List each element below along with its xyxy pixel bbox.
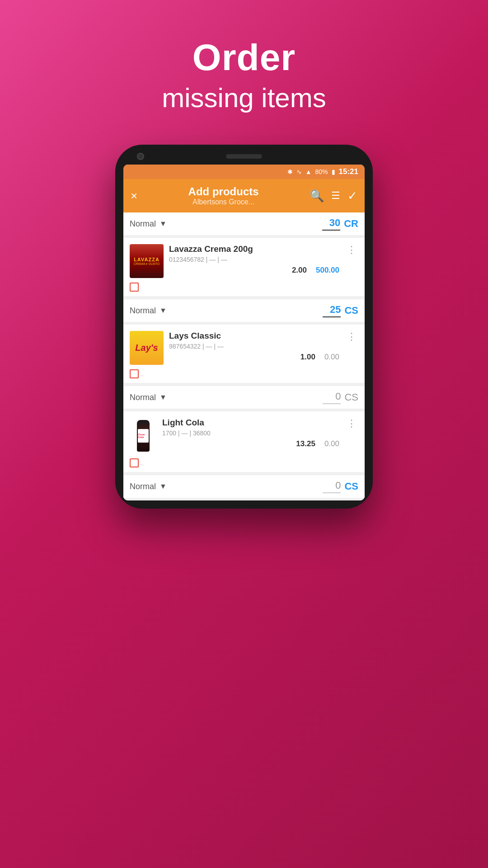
product-prices-lays: 1.00 0.00 xyxy=(169,353,339,362)
unit-price-cola: 13.25 xyxy=(296,439,315,448)
order-qty-top[interactable]: 30 xyxy=(322,217,340,231)
checkbox-row-lays: .. xyxy=(123,368,365,383)
checkbox-lays[interactable] xyxy=(130,369,139,378)
product-row-cola: Coca-Cola Light Cola 1700 | — | 36800 13… xyxy=(123,411,365,458)
phone-device: ✱ ∿ ▲ 80% ▮ 15:21 × Add products Alberts… xyxy=(115,145,373,509)
product-code-cola: 1700 | — | 36800 xyxy=(162,429,339,437)
order-type-label-cola: Normal xyxy=(130,482,156,491)
lays-brand-text: Lay's xyxy=(135,343,158,353)
order-unit-lays: CS xyxy=(344,392,358,403)
order-row-lays[interactable]: Normal ▼ 0 CS xyxy=(123,386,365,409)
total-price-lays: 0.00 xyxy=(324,353,339,362)
product-name-lavazza: Lavazza Crema 200g xyxy=(169,244,339,255)
product-info-cola: Light Cola 1700 | — | 36800 13.25 0.00 xyxy=(162,418,339,448)
dropdown-arrow-top: ▼ xyxy=(160,220,167,228)
product-list: Normal ▼ 30 CR LAVAZZA CREMA e GUSTO xyxy=(123,212,365,500)
lavazza-brand-text: LAVAZZA xyxy=(134,257,160,262)
filter-button[interactable]: ☰ xyxy=(331,190,340,202)
order-row-lavazza[interactable]: Normal ▼ 25 CS xyxy=(123,299,365,322)
cola-label-shape: Coca-Cola xyxy=(138,429,149,443)
status-bar: ✱ ∿ ▲ 80% ▮ 15:21 xyxy=(123,165,365,179)
order-unit-top: CR xyxy=(344,218,358,230)
order-type-dropdown-top[interactable]: Normal ▼ xyxy=(130,219,322,229)
order-qty-group-lays: 0 CS xyxy=(323,391,358,404)
product-info-lavazza: Lavazza Crema 200g 0123456782 | — | — 2.… xyxy=(169,244,339,275)
dots-lays: .. xyxy=(141,371,144,377)
checkbox-cola[interactable] xyxy=(130,458,139,467)
signal-icon: ▲ xyxy=(305,168,312,175)
hero-subtitle: missing items xyxy=(0,82,488,113)
order-qty-group-cola: 0 CS xyxy=(323,480,358,493)
dots-cola: .. xyxy=(141,460,144,467)
app-bar-title: Add products xyxy=(145,185,302,198)
order-type-label-top: Normal xyxy=(130,219,156,229)
order-qty-group-lavazza: 25 CS xyxy=(323,304,358,317)
product-menu-lavazza[interactable]: ⋮ xyxy=(345,244,358,256)
order-qty-lays[interactable]: 0 xyxy=(323,391,341,404)
unit-price-lays: 1.00 xyxy=(300,353,315,362)
product-row-lays: Lay's Lays Classic 987654322 | — | — 1.0… xyxy=(123,325,365,368)
order-type-dropdown-lavazza[interactable]: Normal ▼ xyxy=(130,306,323,316)
phone-speaker xyxy=(226,154,262,159)
product-name-cola: Light Cola xyxy=(162,418,339,428)
checkbox-lavazza[interactable] xyxy=(130,283,139,292)
order-type-label-lays: Normal xyxy=(130,393,156,402)
bluetooth-icon: ✱ xyxy=(287,168,293,175)
order-unit-lavazza: CS xyxy=(344,305,358,316)
hero-title: Order xyxy=(0,36,488,79)
product-card-cola: Coca-Cola Light Cola 1700 | — | 36800 13… xyxy=(123,411,365,472)
confirm-button[interactable]: ✓ xyxy=(347,189,357,203)
checkbox-row-cola: .. xyxy=(123,458,365,472)
product-row-lavazza: LAVAZZA CREMA e GUSTO Lavazza Crema 200g… xyxy=(123,238,365,282)
product-card-lays: Lay's Lays Classic 987654322 | — | — 1.0… xyxy=(123,325,365,383)
phone-camera xyxy=(137,153,144,160)
product-menu-cola[interactable]: ⋮ xyxy=(345,418,358,429)
close-button[interactable]: × xyxy=(131,189,137,203)
total-price-cola: 0.00 xyxy=(324,439,339,448)
total-price-lavazza: 500.00 xyxy=(316,266,339,275)
product-card-lavazza: LAVAZZA CREMA e GUSTO Lavazza Crema 200g… xyxy=(123,238,365,296)
product-image-lays: Lay's xyxy=(130,331,164,365)
product-prices-cola: 13.25 0.00 xyxy=(162,439,339,448)
search-button[interactable]: 🔍 xyxy=(310,189,324,203)
battery-text: 80% xyxy=(315,168,328,175)
order-type-dropdown-cola[interactable]: Normal ▼ xyxy=(130,482,323,491)
product-code-lays: 987654322 | — | — xyxy=(169,343,339,350)
product-menu-lays[interactable]: ⋮ xyxy=(345,331,358,343)
order-qty-cola[interactable]: 0 xyxy=(323,480,341,493)
order-qty-lavazza[interactable]: 25 xyxy=(323,304,341,317)
phone-screen: ✱ ∿ ▲ 80% ▮ 15:21 × Add products Alberts… xyxy=(123,165,365,500)
phone-top-bar xyxy=(123,153,365,165)
cola-label-text: Coca-Cola xyxy=(138,433,149,439)
unit-price-lavazza: 2.00 xyxy=(292,266,307,275)
battery-icon: ▮ xyxy=(332,168,335,175)
lavazza-sub-text: CREMA e GUSTO xyxy=(134,262,160,265)
product-info-lays: Lays Classic 987654322 | — | — 1.00 0.00 xyxy=(169,331,339,362)
app-bar: × Add products Albertsons Groce... 🔍 ☰ ✓ xyxy=(123,179,365,212)
wifi-icon: ∿ xyxy=(296,168,302,175)
product-image-lavazza: LAVAZZA CREMA e GUSTO xyxy=(130,244,164,278)
order-qty-group-top: 30 CR xyxy=(322,217,358,231)
phone-shell: ✱ ∿ ▲ 80% ▮ 15:21 × Add products Alberts… xyxy=(115,145,373,509)
product-name-lays: Lays Classic xyxy=(169,331,339,341)
order-unit-cola: CS xyxy=(344,481,358,492)
product-code-lavazza: 0123456782 | — | — xyxy=(169,256,339,263)
order-type-label-lavazza: Normal xyxy=(130,306,156,316)
dropdown-arrow-lays: ▼ xyxy=(160,393,167,401)
checkbox-row-lavazza xyxy=(123,282,365,296)
app-bar-subtitle: Albertsons Groce... xyxy=(145,198,302,206)
product-image-cola: Coca-Cola xyxy=(130,418,157,454)
status-time: 15:21 xyxy=(339,167,358,176)
order-row-cola[interactable]: Normal ▼ 0 CS xyxy=(123,475,365,498)
cola-bottle-shape: Coca-Cola xyxy=(137,420,150,452)
order-type-dropdown-lays[interactable]: Normal ▼ xyxy=(130,393,323,402)
order-row-top[interactable]: Normal ▼ 30 CR xyxy=(123,212,365,235)
product-prices-lavazza: 2.00 500.00 xyxy=(169,266,339,275)
dropdown-arrow-lavazza: ▼ xyxy=(160,307,167,315)
dropdown-arrow-cola: ▼ xyxy=(160,482,167,491)
app-bar-title-group: Add products Albertsons Groce... xyxy=(145,185,302,206)
hero-section: Order missing items xyxy=(0,36,488,113)
